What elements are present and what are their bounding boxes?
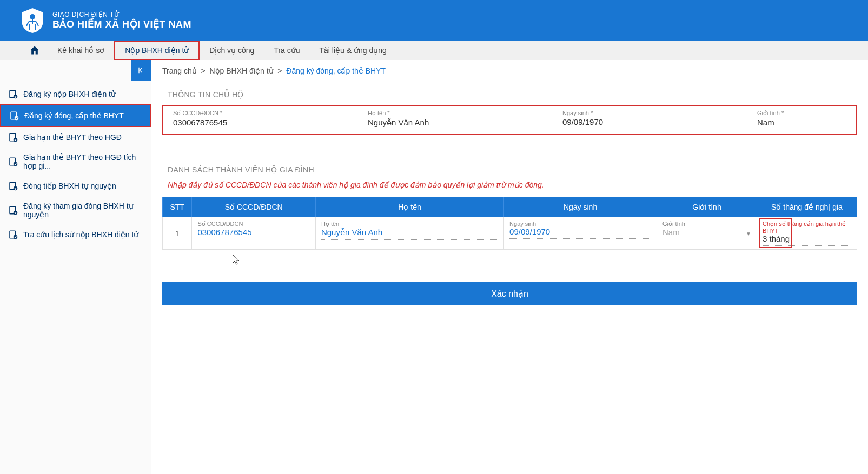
doc-icon <box>8 205 18 215</box>
sidebar-item-label: Đóng tiếp BHXH tự nguyện <box>23 182 116 190</box>
sidebar-dang-ky-tham-gia[interactable]: Đăng ký tham gia đóng BHXH tự nguyện <box>0 196 151 224</box>
breadcrumb: Trang chủ > Nộp BHXH điện tử > Đăng ký đ… <box>151 60 868 82</box>
sidebar-dong-tiep[interactable]: Đóng tiếp BHXH tự nguyện <box>0 176 151 196</box>
owner-name-field: Họ tên * Nguyễn Văn Anh <box>363 110 558 128</box>
cell-gender[interactable]: Giới tính Nam ▼ <box>657 217 757 250</box>
sidebar-item-label: Đăng ký tham gia đóng BHXH tự nguyện <box>23 202 143 219</box>
sidebar-item-label: Đăng ký nộp BHXH điện tử <box>23 90 116 98</box>
sidebar-dang-ky-dong[interactable]: Đăng ký đóng, cấp thẻ BHYT <box>0 104 151 127</box>
doc-icon <box>8 157 18 166</box>
sidebar-item-label: Tra cứu lịch sử nộp BHXH điện tử <box>23 230 138 239</box>
nav-tra-cuu[interactable]: Tra cứu <box>264 41 309 60</box>
owner-cccd-field: Số CCCD/ĐDCN * 030067876545 <box>169 110 363 128</box>
header: GIAO DỊCH ĐIỆN TỬ BẢO HIỂM XÃ HỘI VIỆT N… <box>0 0 868 41</box>
cell-stt: 1 <box>163 217 192 250</box>
sidebar-gia-han-hgd[interactable]: Gia hạn thẻ BHYT theo HGĐ <box>0 127 151 148</box>
sidebar-item-label: Gia hạn thẻ BHYT theo HGĐ tích hợp gi... <box>23 153 143 170</box>
sidebar-tra-cuu-lich-su[interactable]: Tra cứu lịch sử nộp BHXH điện tử <box>0 224 151 245</box>
breadcrumb-mid[interactable]: Nộp BHXH điện tử <box>209 66 273 75</box>
nav-tai-lieu[interactable]: Tài liệu & ứng dụng <box>310 41 396 60</box>
members-section-title: DANH SÁCH THÀNH VIÊN HỘ GIA ĐÌNH <box>151 157 868 181</box>
doc-icon <box>8 132 18 142</box>
th-stt: STT <box>163 197 192 217</box>
nav-ke-khai[interactable]: Kê khai hồ sơ <box>48 41 114 60</box>
breadcrumb-home[interactable]: Trang chủ <box>162 66 197 75</box>
owner-dob-value: 09/09/1970 <box>562 117 748 126</box>
months-select[interactable]: 3 tháng <box>763 234 851 246</box>
svg-point-0 <box>30 14 35 19</box>
owner-name-value: Nguyễn Văn Anh <box>368 118 554 128</box>
owner-section-title: THÔNG TIN CHỦ HỘ <box>151 82 868 105</box>
nav-home-icon[interactable] <box>22 41 48 60</box>
table-row: 1 Số CCCD/ĐDCN 030067876545 Họ tên Nguyễ… <box>163 217 857 250</box>
cell-cccd[interactable]: Số CCCD/ĐDCN 030067876545 <box>192 217 316 250</box>
owner-cccd-value: 030067876545 <box>173 118 359 127</box>
logo-text-small: GIAO DỊCH ĐIỆN TỬ <box>52 11 191 18</box>
sidebar-dang-ky-nop[interactable]: Đăng ký nộp BHXH điện tử <box>0 84 151 104</box>
cell-dob[interactable]: Ngày sinh 09/09/1970 <box>504 217 657 250</box>
th-gender: Giới tính <box>657 197 757 217</box>
owner-info-row: Số CCCD/ĐDCN * 030067876545 Họ tên * Ngu… <box>162 105 857 135</box>
doc-icon <box>8 89 18 99</box>
th-months: Số tháng đề nghị gia <box>757 197 857 217</box>
th-cccd: Số CCCD/ĐDCN <box>192 197 316 217</box>
nav-nop-bhxh[interactable]: Nộp BHXH điện tử <box>114 41 200 60</box>
dob-input[interactable]: 09/09/1970 <box>509 227 651 239</box>
sidebar-gia-han-hgd-tich[interactable]: Gia hạn thẻ BHYT theo HGĐ tích hợp gi... <box>0 148 151 176</box>
doc-icon <box>8 181 18 191</box>
sidebar-item-label: Đăng ký đóng, cấp thẻ BHYT <box>24 111 124 120</box>
owner-gender-value: Nam <box>757 118 813 127</box>
warning-text: Nhập đầy đủ số CCCD/ĐDCN của các thành v… <box>151 181 868 197</box>
doc-icon <box>8 230 18 239</box>
members-table: STT Số CCCD/ĐDCN Họ tên Ngày sinh Giới t… <box>162 197 857 250</box>
content-area: Trang chủ > Nộp BHXH điện tử > Đăng ký đ… <box>151 60 868 474</box>
owner-dob-field: Ngày sinh * 09/09/1970 <box>558 110 753 128</box>
confirm-button[interactable]: Xác nhận <box>162 282 857 305</box>
nav-dich-vu-cong[interactable]: Dịch vụ công <box>200 41 264 60</box>
gender-select[interactable]: Nam ▼ <box>662 228 751 239</box>
name-input[interactable]: Nguyễn Văn Anh <box>321 228 498 240</box>
logo-text-big: BẢO HIỂM XÃ HỘI VIỆT NAM <box>52 18 191 30</box>
shield-logo-icon <box>19 7 46 34</box>
th-dob: Ngày sinh <box>504 197 657 217</box>
sidebar: Đăng ký nộp BHXH điện tử Đăng ký đóng, c… <box>0 60 151 474</box>
breadcrumb-current: Đăng ký đóng, cấp thẻ BHYT <box>286 66 386 75</box>
navbar: Kê khai hồ sơ Nộp BHXH điện tử Dịch vụ c… <box>0 41 868 60</box>
sidebar-collapse-button[interactable] <box>131 60 151 81</box>
chevron-down-icon: ▼ <box>746 231 751 237</box>
doc-icon <box>9 111 19 121</box>
th-name: Họ tên <box>315 197 503 217</box>
cell-months[interactable]: Chọn số tháng cần gia hạn thẻ BHYT 3 thá… <box>757 217 857 250</box>
cell-name[interactable]: Họ tên Nguyễn Văn Anh <box>315 217 503 250</box>
sidebar-item-label: Gia hạn thẻ BHYT theo HGĐ <box>23 133 122 142</box>
cccd-input[interactable]: 030067876545 <box>197 228 310 239</box>
logo: GIAO DỊCH ĐIỆN TỬ BẢO HIỂM XÃ HỘI VIỆT N… <box>19 7 191 34</box>
owner-gender-field: Giới tính * Nam <box>753 110 818 128</box>
